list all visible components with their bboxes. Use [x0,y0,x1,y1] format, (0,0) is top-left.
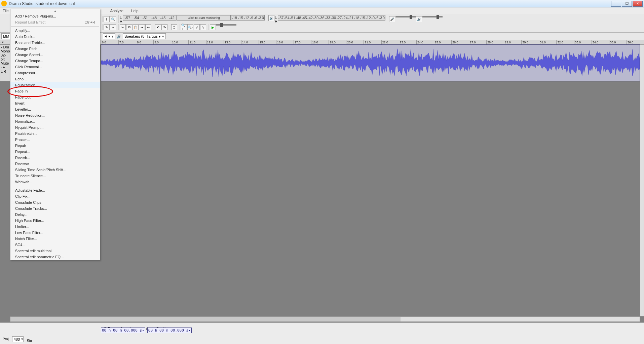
zoom-out-icon[interactable]: 🔍- [187,24,193,30]
menu-item-spectral-edit-multi-tool[interactable]: Spectral edit multi tool [10,248,100,254]
menu-item-crossfade-clips[interactable]: Crossfade Clips [10,199,100,205]
close-button[interactable]: ✕ [633,1,643,7]
menu-item-fade-in[interactable]: Fade In [10,88,100,94]
menu-item-change-pitch-[interactable]: Change Pitch... [10,46,100,52]
redo-icon[interactable]: ↷ [161,24,167,30]
menu-file[interactable]: File [1,8,10,13]
zero-line [101,63,640,63]
record-meter[interactable]: Click to Start Monitoring [177,15,231,21]
menu-item-leveller-[interactable]: Leveller... [10,106,100,112]
menu-item-low-pass-filter-[interactable]: Low Pass Filter... [10,230,100,236]
menu-scroll-up-icon[interactable]: ▲ [10,9,100,13]
play-meter-lr-label: LR [275,15,277,23]
playback-device-select[interactable]: Speakers (8- Targus ▾ [123,33,166,39]
track-info2: 32-bit [1,53,6,61]
titlebar: Drama Studio_student meltdown_cut — ❐ ✕ [0,0,644,7]
menu-item-limiter-[interactable]: Limiter... [10,224,100,230]
meter-lr-label: LR [120,15,122,23]
menu-item-equalization-[interactable]: Equalization... [10,82,100,88]
mute-button[interactable]: Mute [1,61,9,65]
menu-item-change-tempo-[interactable]: Change Tempo... [10,58,100,64]
menu-item-paulstretch-[interactable]: Paulstretch... [10,130,100,137]
menu-item-echo-[interactable]: Echo... [10,76,100,82]
track-close-icon[interactable]: × [1,46,2,49]
undo-icon[interactable]: ↶ [155,24,161,30]
menu-item-change-speed-[interactable]: Change Speed... [10,52,100,58]
record-meter-left: -57-54-51-48-45-42 [123,15,177,21]
record-meter-right: -18-15-12-9-6-30 [231,15,265,21]
menu-item-notch-filter-[interactable]: Notch Filter... [10,236,100,242]
menu-item-reverb-[interactable]: Reverb... [10,155,100,161]
menu-item-compressor-[interactable]: Compressor... [10,70,100,76]
maximize-button[interactable]: ❐ [622,1,632,7]
menu-item-sc-[interactable]: SC4... [10,242,100,248]
audio-host-select[interactable]: MM [1,33,11,39]
waveform-display[interactable] [101,44,640,81]
play-icon[interactable]: ▶ [210,24,216,30]
track-control-panel[interactable]: × Dra Mono, 32-bit Mute - + L R [0,44,10,81]
input-volume-slider[interactable] [395,16,416,17]
menu-item-truncate-silence-[interactable]: Truncate Silence... [10,173,100,179]
menu-separator [11,186,99,186]
horizontal-scrollbar[interactable] [10,316,640,322]
zoom-tool-icon[interactable]: 🔍 [110,16,116,22]
menu-item-repair[interactable]: Repair [10,143,100,149]
gain-plus-icon[interactable]: + [3,65,5,69]
menu-item-crossfade-tracks-[interactable]: Crossfade Tracks... [10,205,100,212]
recording-device-select[interactable]: R ▾ [103,33,115,39]
app-icon [1,1,7,6]
menu-item-nyquist-prompt-[interactable]: Nyquist Prompt... [10,124,100,130]
storage-label: Sto [27,339,32,343]
menu-item-wahwah-[interactable]: Wahwah... [10,179,100,185]
menu-item-high-pass-filter-[interactable]: High Pass Filter... [10,218,100,224]
copy-icon[interactable]: ⧉ [126,24,132,30]
cut-icon[interactable]: ✂ [120,24,126,30]
sync-lock-icon[interactable]: ⏱ [171,24,177,30]
menu-analyze[interactable]: Analyze [109,8,125,13]
draw-tool-icon[interactable]: ✎ [104,24,110,30]
output-volume-slider[interactable] [422,16,443,17]
track-name[interactable]: Dra [3,45,9,49]
trim-icon[interactable]: ⇥ [139,24,145,30]
menu-item-adjustable-fade-[interactable]: Adjustable Fade... [10,187,100,193]
silence-icon[interactable]: ⇤ [145,24,151,30]
paste-icon[interactable]: 📋 [132,24,139,30]
cursor-tool-icon[interactable]: I [104,16,110,22]
selection-end-field[interactable]: 00 h 00 m 00.000 s▾ [101,328,145,333]
menu-item-repeat-[interactable]: Repeat... [10,149,100,155]
zoom-in-icon[interactable]: 🔍+ [181,24,187,30]
minimize-button[interactable]: — [611,1,621,7]
mic-icon: 🎤 [389,16,395,22]
playback-speed-slider[interactable] [216,24,236,26]
menu-item-normalize-[interactable]: Normalize... [10,118,100,124]
pan-right-label: R [3,69,6,73]
fit-selection-icon[interactable]: ⤢ [194,24,200,30]
menu-help[interactable]: Help [129,8,140,13]
menu-item-click-removal-[interactable]: Click Removal... [10,64,100,70]
vertical-scrollbar[interactable] [640,44,644,316]
menu-item-repeat-last-effect: Repeat Last EffectCtrl+R [10,19,100,25]
fit-project-icon[interactable]: ⤡ [200,24,206,30]
pan-left-label: L [1,69,3,73]
menu-item-auto-duck-[interactable]: Auto Duck... [10,34,100,40]
project-rate-select[interactable]: 480 [12,336,24,342]
selection-bar: ◉ End ○ Length Audio Position: [0,322,644,334]
menu-item-fade-out[interactable]: Fade Out [10,94,100,100]
menu-item-delay-[interactable]: Delay... [10,212,100,218]
menu-item-add-remove-plug-ins-[interactable]: Add / Remove Plug-ins... [10,13,100,19]
speaker-icon: 🔊 [268,15,274,21]
menu-item-noise-reduction-[interactable]: Noise Reduction... [10,112,100,118]
multi-tool-icon[interactable]: ✶ [110,24,116,30]
menu-item-reverse[interactable]: Reverse [10,161,100,167]
menu-item-amplify-[interactable]: Amplify... [10,28,100,34]
gain-minus-icon[interactable]: - [1,65,2,69]
menu-item-bass-and-treble-[interactable]: Bass and Treble... [10,40,100,46]
scrollbar-thumb[interactable] [10,317,401,321]
menu-item-spectral-edit-parametric-eq-[interactable]: Spectral edit parametric EQ... [10,254,100,260]
menu-item-sliding-time-scale-pitch-shift-[interactable]: Sliding Time Scale/Pitch Shift... [10,167,100,173]
menu-item-clip-fix-[interactable]: Clip Fix... [10,193,100,199]
play-meter[interactable]: -57-54-51-48-45-42-39-36-33-30-27-24-21-… [278,15,385,21]
audio-position-field[interactable]: 00 h 00 m 00.000 s▾ [147,328,192,333]
menu-item-invert[interactable]: Invert [10,100,100,106]
menu-item-phaser-[interactable]: Phaser... [10,137,100,143]
